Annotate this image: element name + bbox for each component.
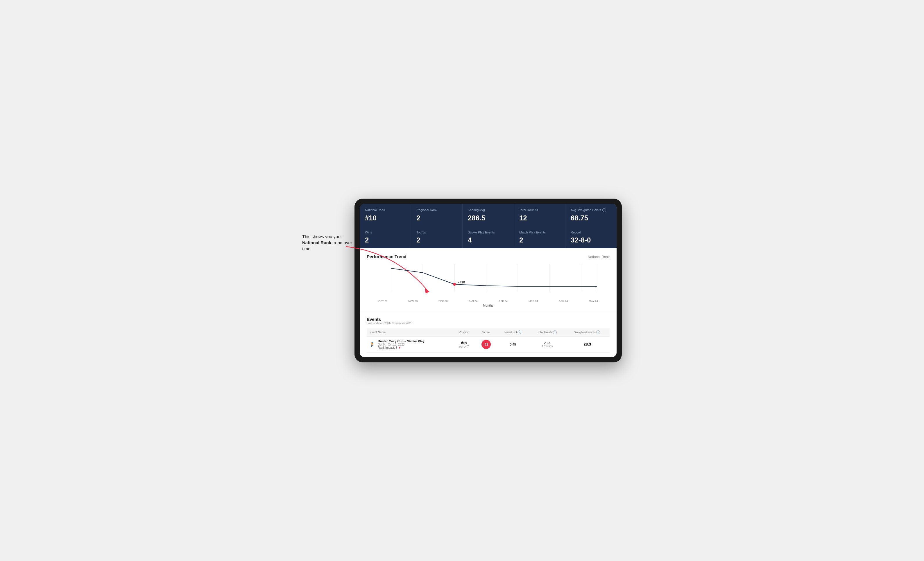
chart-subtitle: National Rank (588, 255, 610, 259)
events-table: Event Name Position Score Event SG i Tot… (367, 328, 610, 353)
svg-point-9 (453, 283, 456, 286)
event-position: 6th (455, 341, 472, 345)
chart-axis-label: Months (367, 304, 610, 307)
col-event-name: Event Name (367, 328, 452, 337)
events-header: Events Last updated: 24th November 2023 (367, 317, 610, 325)
tablet-frame: National Rank #10 Regional Rank 2 Scorin… (354, 199, 622, 362)
event-out-of: out of 7 (455, 345, 472, 348)
stat-total-rounds: Total Rounds 12 (514, 204, 565, 226)
events-title: Events (367, 317, 610, 322)
stat-match-play: Match Play Events 2 (514, 226, 565, 248)
annotation-text: This shows you your National Rank trend … (302, 233, 360, 252)
svg-text:• #10: • #10 (458, 280, 465, 284)
event-sg-cell: 0.45 (497, 336, 529, 352)
x-label-apr24: APR 24 (548, 300, 579, 302)
score-badge: -22 (482, 340, 491, 349)
x-label-dec23: DEC 23 (428, 300, 458, 302)
info-icon-event-sg[interactable]: i (518, 331, 521, 334)
tablet-screen: National Rank #10 Regional Rank 2 Scorin… (360, 204, 616, 357)
chart-area: • #10 (367, 262, 610, 297)
col-weighted-points: Weighted Points i (565, 328, 610, 337)
col-total-points: Total Points i (529, 328, 565, 337)
event-rounds: 3 Rounds (532, 345, 562, 347)
info-icon-avg-weighted[interactable]: i (602, 208, 606, 212)
page-wrapper: This shows you your National Rank trend … (302, 199, 622, 362)
event-total-points-cell: 28.3 3 Rounds (529, 336, 565, 352)
stat-top3s: Top 3s 2 (411, 226, 462, 248)
col-event-sg: Event SG i (497, 328, 529, 337)
x-label-nov23: NOV 23 (398, 300, 428, 302)
events-section: Events Last updated: 24th November 2023 … (360, 312, 616, 357)
stats-row-2: Wins 2 Top 3s 2 Stroke Play Events 4 (360, 226, 616, 248)
event-score-cell: -22 (476, 336, 497, 352)
event-name-cell: 🏌️ Buster Cozy Cup – Stroke Play Oct 9 –… (367, 336, 452, 352)
info-icon-total-points[interactable]: i (553, 331, 557, 334)
event-weighted-points-cell: 28.3 (565, 336, 610, 352)
event-date: Oct 9 – Oct 10, 2023 (378, 343, 424, 346)
table-header-row: Event Name Position Score Event SG i Tot… (367, 328, 610, 337)
chart-x-labels: OCT 23 NOV 23 DEC 23 JAN 24 FEB 24 MAR 2… (367, 300, 610, 302)
x-label-feb24: FEB 24 (488, 300, 518, 302)
stat-stroke-play: Stroke Play Events 4 (463, 226, 514, 248)
chart-svg: • #10 (367, 262, 610, 297)
stat-national-rank: National Rank #10 (360, 204, 411, 226)
table-row: 🏌️ Buster Cozy Cup – Stroke Play Oct 9 –… (367, 336, 610, 352)
x-label-may24: MAY 24 (579, 300, 609, 302)
col-score: Score (476, 328, 497, 337)
stat-record: Record 32-8-0 (566, 226, 616, 248)
event-name: Buster Cozy Cup – Stroke Play (378, 340, 424, 343)
stats-row-1: National Rank #10 Regional Rank 2 Scorin… (360, 204, 616, 226)
rank-impact-arrow: ▼ (398, 346, 401, 349)
stat-wins: Wins 2 (360, 226, 411, 248)
stat-regional-rank: Regional Rank 2 (411, 204, 462, 226)
event-position-cell: 6th out of 7 (452, 336, 476, 352)
chart-title: Performance Trend (367, 254, 406, 259)
x-label-mar24: MAR 24 (518, 300, 549, 302)
x-label-jan24: JAN 24 (458, 300, 489, 302)
chart-section: Performance Trend National Rank (360, 248, 616, 312)
event-icon: 🏌️ (370, 341, 375, 347)
info-icon-weighted-points[interactable]: i (596, 331, 600, 334)
chart-header: Performance Trend National Rank (367, 254, 610, 259)
x-label-oct23: OCT 23 (368, 300, 398, 302)
stat-avg-weighted-points: Avg. Weighted Points i 68.75 (566, 204, 616, 226)
col-position: Position (452, 328, 476, 337)
events-last-updated: Last updated: 24th November 2023 (367, 322, 610, 325)
stat-scoring-avg: Scoring Avg. 286.5 (463, 204, 514, 226)
